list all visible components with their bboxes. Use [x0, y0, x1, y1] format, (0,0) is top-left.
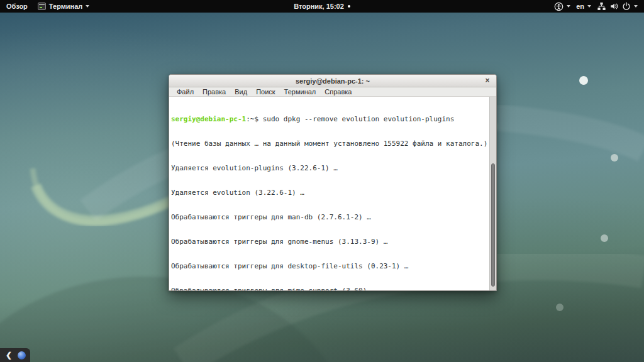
terminal-output: sergiy@debian-pc-1:~$ sudo dpkg --remove…: [171, 99, 487, 290]
terminal-line: Обрабатываются триггеры для desktop-file…: [171, 262, 487, 270]
wallpaper-dot: [601, 234, 608, 242]
message-tray[interactable]: ❮: [0, 348, 30, 362]
terminal-line: Удаляется evolution (3.22.6-1) …: [171, 189, 487, 197]
top-bar: Обзор Терминал Вторник, 15:02: [0, 0, 644, 13]
wallpaper-dot: [611, 154, 618, 162]
close-button[interactable]: ×: [482, 75, 492, 85]
wallpaper-dot: [556, 304, 564, 311]
terminal-line: Обрабатываются триггеры для gnome-menus …: [171, 238, 487, 246]
menu-help[interactable]: Справка: [320, 87, 356, 97]
menu-edit[interactable]: Правка: [198, 87, 230, 97]
window-title: sergiy@debian-pc-1: ~: [296, 77, 370, 85]
terminal-content[interactable]: sergiy@debian-pc-1:~$ sudo dpkg --remove…: [169, 97, 496, 290]
tray-app-icon[interactable]: [18, 351, 26, 359]
prompt-user: sergiy@debian-pc-1: [171, 115, 246, 123]
prompt-suffix: :~$: [246, 115, 258, 123]
menu-view[interactable]: Вид: [230, 87, 252, 97]
menu-search[interactable]: Поиск: [252, 87, 279, 97]
menu-terminal[interactable]: Терминал: [280, 87, 321, 97]
terminal-window: sergiy@debian-pc-1: ~ × Файл Правка Вид …: [169, 74, 497, 291]
clock-button[interactable]: Вторник, 15:02: [294, 3, 344, 10]
terminal-line: Обрабатываются триггеры для mime-support…: [171, 287, 487, 290]
terminal-line: Удаляется evolution-plugins (3.22.6-1) …: [171, 164, 487, 172]
window-menubar: Файл Правка Вид Поиск Терминал Справка: [169, 87, 496, 97]
scrollbar-track[interactable]: [489, 97, 496, 290]
desktop: Обзор Терминал Вторник, 15:02: [0, 0, 644, 362]
terminal-line: sergiy@debian-pc-1:~$ sudo dpkg --remove…: [171, 115, 487, 123]
command-text: sudo dpkg --remove evolution evolution-p…: [258, 115, 454, 123]
notification-dot: [348, 5, 350, 8]
window-titlebar[interactable]: sergiy@debian-pc-1: ~ ×: [169, 75, 496, 87]
terminal-line: (Чтение базы данных … на данный момент у…: [171, 140, 487, 148]
menu-file[interactable]: Файл: [172, 87, 198, 97]
tray-expand-icon[interactable]: ❮: [6, 348, 12, 362]
terminal-line: Обрабатываются триггеры для man-db (2.7.…: [171, 213, 487, 221]
scrollbar-thumb[interactable]: [491, 163, 495, 287]
wallpaper-dot: [579, 76, 588, 85]
